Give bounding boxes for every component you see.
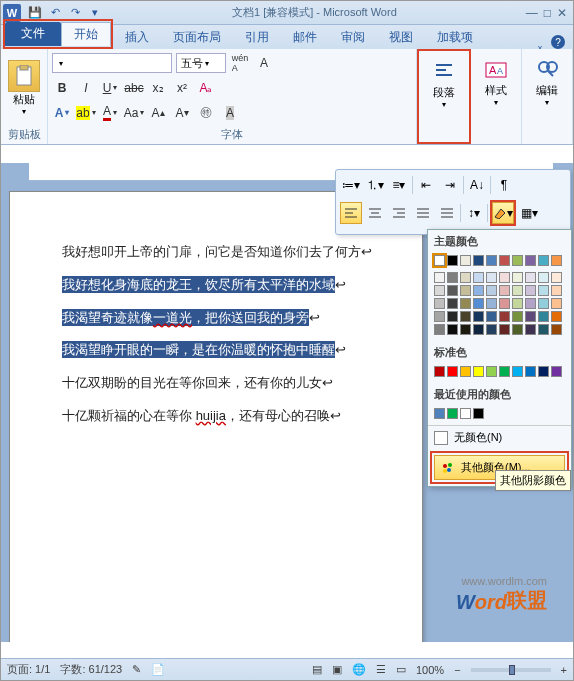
color-swatch[interactable] <box>434 324 445 335</box>
status-proofing-icon[interactable]: ✎ <box>132 663 141 676</box>
color-swatch[interactable] <box>486 311 497 322</box>
color-swatch[interactable] <box>512 298 523 309</box>
color-swatch[interactable] <box>486 255 497 266</box>
color-swatch[interactable] <box>499 255 510 266</box>
phonetic-guide-button[interactable]: wénA <box>230 53 250 73</box>
color-swatch[interactable] <box>447 408 458 419</box>
color-swatch[interactable] <box>525 324 536 335</box>
color-swatch[interactable] <box>525 311 536 322</box>
color-swatch[interactable] <box>460 408 471 419</box>
color-swatch[interactable] <box>551 298 562 309</box>
color-swatch[interactable] <box>538 311 549 322</box>
color-swatch[interactable] <box>499 298 510 309</box>
styles-button[interactable]: AA 样式 ▾ <box>475 51 517 111</box>
align-distribute-button[interactable] <box>436 202 458 224</box>
color-swatch[interactable] <box>512 311 523 322</box>
highlight-button[interactable]: ab <box>76 103 96 123</box>
paste-label[interactable]: 粘贴 <box>13 92 35 107</box>
zoom-out-button[interactable]: − <box>454 664 460 676</box>
color-swatch[interactable] <box>499 324 510 335</box>
color-swatch[interactable] <box>538 285 549 296</box>
color-swatch[interactable] <box>499 311 510 322</box>
color-swatch[interactable] <box>460 298 471 309</box>
status-overtype-icon[interactable]: 📄 <box>151 663 165 676</box>
subscript-button[interactable]: x₂ <box>148 78 168 98</box>
color-swatch[interactable] <box>525 272 536 283</box>
color-swatch[interactable] <box>447 272 458 283</box>
color-swatch[interactable] <box>525 298 536 309</box>
color-swatch[interactable] <box>434 298 445 309</box>
line-spacing-button[interactable]: ↕▾ <box>463 202 485 224</box>
color-swatch[interactable] <box>538 298 549 309</box>
clear-format-button[interactable]: Aₐ <box>196 78 216 98</box>
close-button[interactable]: ✕ <box>557 6 567 20</box>
color-swatch[interactable] <box>486 324 497 335</box>
strike-button[interactable]: abc <box>124 78 144 98</box>
borders-button[interactable]: ▦▾ <box>518 202 540 224</box>
status-page[interactable]: 页面: 1/1 <box>7 662 50 677</box>
align-right-button[interactable] <box>388 202 410 224</box>
font-family-combo[interactable] <box>52 53 172 73</box>
color-swatch[interactable] <box>512 366 523 377</box>
color-swatch[interactable] <box>551 324 562 335</box>
color-swatch[interactable] <box>434 311 445 322</box>
color-swatch[interactable] <box>512 255 523 266</box>
color-swatch[interactable] <box>473 285 484 296</box>
sort-button[interactable]: A↓ <box>466 174 488 196</box>
align-left-button[interactable] <box>340 202 362 224</box>
text-effects-button[interactable]: A <box>52 103 72 123</box>
zoom-thumb[interactable] <box>509 665 515 675</box>
color-swatch[interactable] <box>486 298 497 309</box>
enclose-char-button[interactable]: ㊕ <box>196 103 216 123</box>
dedent-button[interactable]: ⇤ <box>415 174 437 196</box>
help-button[interactable]: ? <box>551 35 565 49</box>
bold-button[interactable]: B <box>52 78 72 98</box>
char-shading-button[interactable]: A <box>220 103 240 123</box>
bullets-button[interactable]: ≔▾ <box>340 174 362 196</box>
color-swatch[interactable] <box>551 366 562 377</box>
color-swatch[interactable] <box>447 255 458 266</box>
color-swatch[interactable] <box>538 272 549 283</box>
color-swatch[interactable] <box>525 366 536 377</box>
color-swatch[interactable] <box>447 324 458 335</box>
color-swatch[interactable] <box>460 285 471 296</box>
multilevel-button[interactable]: ≡▾ <box>388 174 410 196</box>
color-swatch[interactable] <box>525 285 536 296</box>
zoom-slider[interactable] <box>471 668 551 672</box>
color-swatch[interactable] <box>499 272 510 283</box>
color-swatch[interactable] <box>460 324 471 335</box>
grow-font-button[interactable]: A▴ <box>148 103 168 123</box>
tab-view[interactable]: 视图 <box>377 26 425 49</box>
view-outline-button[interactable]: ☰ <box>376 663 386 676</box>
color-swatch[interactable] <box>551 272 562 283</box>
color-swatch[interactable] <box>434 408 445 419</box>
color-swatch[interactable] <box>434 272 445 283</box>
color-swatch[interactable] <box>434 366 445 377</box>
maximize-button[interactable]: □ <box>544 6 551 20</box>
change-case-button[interactable]: Aa <box>124 103 144 123</box>
color-swatch[interactable] <box>499 366 510 377</box>
font-color-button[interactable]: A <box>100 103 120 123</box>
paragraph-button[interactable]: 段落 ▾ <box>423 53 465 113</box>
color-swatch[interactable] <box>473 408 484 419</box>
ribbon-minimize-button[interactable]: ˬ <box>537 35 543 49</box>
view-web-button[interactable]: 🌐 <box>352 663 366 676</box>
view-print-layout-button[interactable]: ▤ <box>312 663 322 676</box>
color-swatch[interactable] <box>538 366 549 377</box>
indent-button[interactable]: ⇥ <box>439 174 461 196</box>
zoom-value[interactable]: 100% <box>416 664 444 676</box>
editing-button[interactable]: 编辑 ▾ <box>526 51 568 111</box>
align-center-button[interactable] <box>364 202 386 224</box>
color-swatch[interactable] <box>512 272 523 283</box>
color-swatch[interactable] <box>473 298 484 309</box>
tab-page-layout[interactable]: 页面布局 <box>161 26 233 49</box>
color-swatch[interactable] <box>447 311 458 322</box>
color-swatch[interactable] <box>460 311 471 322</box>
color-swatch[interactable] <box>499 285 510 296</box>
paste-drop-icon[interactable]: ▾ <box>22 107 26 116</box>
show-marks-button[interactable]: ¶ <box>493 174 515 196</box>
tab-review[interactable]: 审阅 <box>329 26 377 49</box>
color-swatch[interactable] <box>447 298 458 309</box>
color-swatch[interactable] <box>473 255 484 266</box>
tab-addins[interactable]: 加载项 <box>425 26 485 49</box>
